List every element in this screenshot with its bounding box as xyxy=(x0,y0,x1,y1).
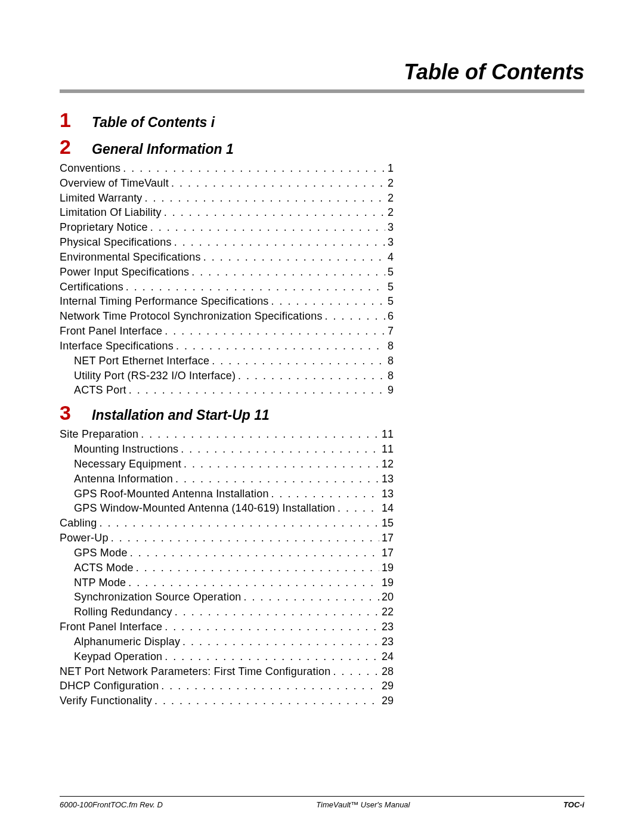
toc-leader-dots xyxy=(189,265,385,280)
toc-entry-label: Interface Specifications xyxy=(60,339,174,354)
toc-entry-label: Synchronization Source Operation xyxy=(74,590,242,605)
toc-entry-page: 8 xyxy=(385,354,394,368)
toc-leader-dots xyxy=(148,220,385,235)
toc-entry: Alphanumeric Display23 xyxy=(60,634,394,649)
toc-sections: 1Table of Contents i2General Information… xyxy=(60,109,584,708)
toc-entry-label: Site Preparation xyxy=(60,427,138,442)
toc-leader-dots xyxy=(162,649,379,664)
toc-entry-page: 11 xyxy=(379,442,394,457)
toc-entry-label: Front Panel Interface xyxy=(60,620,162,634)
page-title: Table of Contents xyxy=(60,60,584,85)
toc-entry: Environmental Specifications4 xyxy=(60,250,394,265)
toc-entry-label: ACTS Port xyxy=(74,383,126,398)
toc-entry-label: Power Input Specifications xyxy=(60,265,189,280)
section-title: Installation and Start-Up 11 xyxy=(92,407,270,423)
toc-entry-page: 13 xyxy=(379,472,394,487)
toc-leader-dots xyxy=(269,294,385,309)
toc-entry-label: Verify Functionality xyxy=(60,693,152,708)
toc-entry: ACTS Port9 xyxy=(60,383,394,398)
toc-entry-page: 17 xyxy=(379,546,394,561)
toc-entry: Power Input Specifications5 xyxy=(60,265,394,280)
toc-entry: Necessary Equipment12 xyxy=(60,457,394,472)
toc-leader-dots xyxy=(134,561,379,575)
toc-entry-page: 6 xyxy=(385,309,394,324)
toc-leader-dots xyxy=(269,487,379,501)
toc-entry-page: 3 xyxy=(385,235,394,250)
toc-entry-page: 24 xyxy=(379,649,394,664)
toc-leader-dots xyxy=(172,605,379,620)
toc-entry-page: 4 xyxy=(385,250,394,265)
toc-entry-page: 12 xyxy=(379,457,394,472)
toc-entry: Mounting Instructions11 xyxy=(60,442,394,457)
toc-entry: Limitation Of Liability2 xyxy=(60,205,394,220)
toc-entry-page: 3 xyxy=(385,220,394,235)
toc-entry: Network Time Protocol Synchronization Sp… xyxy=(60,309,394,324)
toc-leader-dots xyxy=(209,354,385,368)
toc-entry-page: 1 xyxy=(385,161,394,176)
toc-entry-page: 8 xyxy=(385,339,394,354)
toc-entry: Physical Specifications3 xyxy=(60,235,394,250)
toc-entry-label: Rolling Redundancy xyxy=(74,605,172,620)
toc-entry-page: 29 xyxy=(379,693,394,708)
toc-entry-label: Internal Timing Performance Specificatio… xyxy=(60,294,269,309)
toc-entry-label: Network Time Protocol Synchronization Sp… xyxy=(60,309,323,324)
toc-entry-page: 14 xyxy=(379,501,394,516)
toc-entry-label: ACTS Mode xyxy=(74,561,134,575)
toc-leader-dots xyxy=(126,383,385,398)
toc-entries: Conventions1Overview of TimeVault2Limite… xyxy=(60,161,584,398)
section-head: 3Installation and Start-Up 11 xyxy=(60,401,584,425)
toc-entry-label: Physical Specifications xyxy=(60,235,172,250)
toc-entry-label: Conventions xyxy=(60,161,120,176)
toc-entry: Rolling Redundancy22 xyxy=(60,605,394,620)
section-number: 2 xyxy=(60,135,81,159)
toc-leader-dots xyxy=(242,590,379,605)
footer: 6000-100FrontTOC.fm Rev. D TimeVault™ Us… xyxy=(60,772,584,809)
toc-leader-dots xyxy=(159,679,379,693)
toc-leader-dots xyxy=(97,516,379,531)
toc-entry-page: 2 xyxy=(385,191,394,206)
toc-leader-dots xyxy=(162,324,385,339)
toc-entry: Utility Port (RS-232 I/O Interface)8 xyxy=(60,368,394,383)
toc-leader-dots xyxy=(123,280,385,295)
toc-entry: Limited Warranty2 xyxy=(60,191,394,206)
toc-entry-page: 11 xyxy=(379,427,394,442)
toc-leader-dots xyxy=(323,309,385,324)
toc-entry-page: 13 xyxy=(379,487,394,501)
toc-entry: Interface Specifications8 xyxy=(60,339,394,354)
toc-leader-dots xyxy=(152,693,379,708)
toc-entry: Synchronization Source Operation20 xyxy=(60,590,394,605)
toc-entry-label: Power-Up xyxy=(60,531,109,546)
toc-leader-dots xyxy=(330,664,379,679)
toc-leader-dots xyxy=(180,634,379,649)
toc-entry: Proprietary Notice3 xyxy=(60,220,394,235)
toc-entry-page: 22 xyxy=(379,605,394,620)
toc-entry: GPS Roof-Mounted Antenna Installation13 xyxy=(60,487,394,501)
toc-entry-label: Overview of TimeVault xyxy=(60,176,169,191)
toc-entry-label: GPS Mode xyxy=(74,546,128,561)
toc-leader-dots xyxy=(162,620,379,634)
toc-entry-page: 19 xyxy=(379,575,394,590)
toc-leader-dots xyxy=(143,191,385,206)
section-title: Table of Contents i xyxy=(92,114,215,131)
toc-entry-label: Limitation Of Liability xyxy=(60,205,162,220)
page: Table of Contents 1Table of Contents i2G… xyxy=(0,0,644,833)
toc-entry-label: NTP Mode xyxy=(74,575,126,590)
toc-entry-label: Antenna Information xyxy=(74,472,173,487)
toc-entry-page: 5 xyxy=(385,294,394,309)
toc-entry-page: 9 xyxy=(385,383,394,398)
toc-entry-label: Proprietary Notice xyxy=(60,220,148,235)
toc-entry-page: 2 xyxy=(385,205,394,220)
footer-left: 6000-100FrontTOC.fm Rev. D xyxy=(60,800,163,809)
section-title: General Information 1 xyxy=(92,141,234,157)
toc-entry-page: 15 xyxy=(379,516,394,531)
toc-entry-label: Utility Port (RS-232 I/O Interface) xyxy=(74,368,236,383)
toc-entry-page: 28 xyxy=(379,664,394,679)
toc-entry-label: Environmental Specifications xyxy=(60,250,201,265)
toc-leader-dots xyxy=(173,472,379,487)
toc-leader-dots xyxy=(162,205,385,220)
toc-entry-page: 5 xyxy=(385,265,394,280)
toc-leader-dots xyxy=(128,546,379,561)
toc-leader-dots xyxy=(172,235,385,250)
toc-entry: Front Panel Interface7 xyxy=(60,324,394,339)
toc-entry-label: Alphanumeric Display xyxy=(74,634,180,649)
